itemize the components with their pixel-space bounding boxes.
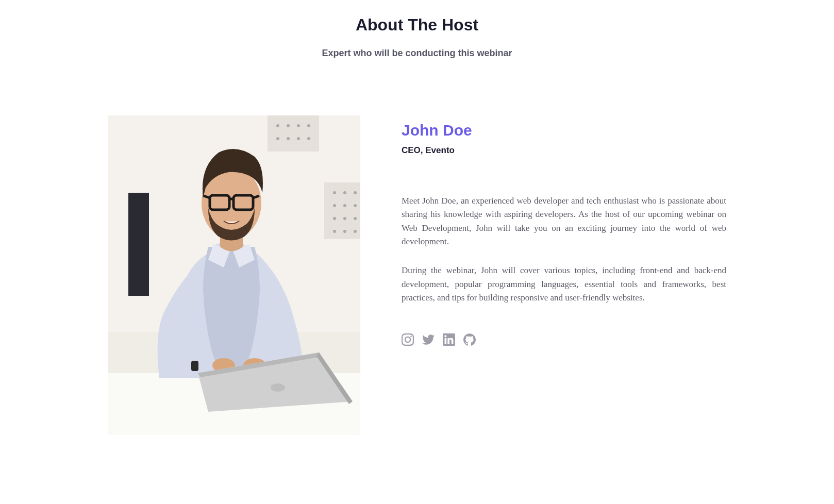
content-row: John Doe CEO, Evento Meet John Doe, an e… <box>108 115 726 435</box>
svg-point-8 <box>276 137 279 140</box>
svg-point-10 <box>297 137 300 140</box>
svg-point-18 <box>354 204 357 207</box>
svg-point-23 <box>343 230 346 233</box>
svg-point-24 <box>354 230 357 233</box>
svg-point-17 <box>343 204 346 207</box>
svg-point-16 <box>333 204 336 207</box>
svg-point-20 <box>343 217 346 220</box>
host-bio-paragraph-2: During the webinar, John will cover vari… <box>402 264 726 305</box>
svg-point-7 <box>307 124 310 127</box>
linkedin-link[interactable] <box>443 333 455 346</box>
svg-point-9 <box>287 137 290 140</box>
linkedin-icon <box>443 333 455 346</box>
host-bio-paragraph-1: Meet John Doe, an experienced web develo… <box>402 194 726 248</box>
host-photo <box>108 115 360 435</box>
svg-point-21 <box>354 217 357 220</box>
host-title: CEO, Evento <box>402 145 726 156</box>
host-info: John Doe CEO, Evento Meet John Doe, an e… <box>402 115 726 346</box>
svg-point-14 <box>343 191 346 194</box>
section-title: About The Host <box>108 15 726 35</box>
svg-rect-2 <box>128 193 149 296</box>
svg-rect-34 <box>191 361 198 371</box>
svg-point-5 <box>287 124 290 127</box>
svg-point-19 <box>333 217 336 220</box>
github-icon <box>463 333 476 346</box>
svg-point-6 <box>297 124 300 127</box>
section-subtitle: Expert who will be conducting this webin… <box>108 48 726 59</box>
host-name: John Doe <box>402 122 726 139</box>
twitter-icon <box>422 333 435 346</box>
github-link[interactable] <box>463 333 476 346</box>
social-links <box>402 333 726 346</box>
svg-point-4 <box>276 124 279 127</box>
svg-point-13 <box>333 191 336 194</box>
instagram-icon <box>402 333 414 346</box>
svg-point-22 <box>333 230 336 233</box>
twitter-link[interactable] <box>422 333 435 346</box>
svg-rect-3 <box>268 115 319 152</box>
svg-point-15 <box>354 191 357 194</box>
svg-point-35 <box>271 383 285 392</box>
svg-point-11 <box>307 137 310 140</box>
section-header: About The Host Expert who will be conduc… <box>108 15 726 59</box>
instagram-link[interactable] <box>402 333 414 346</box>
